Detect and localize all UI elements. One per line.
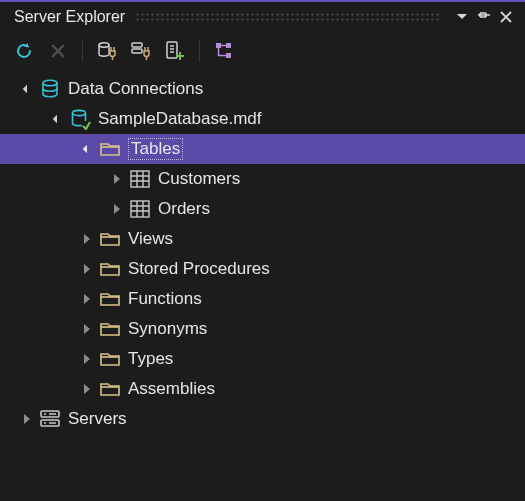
- tree-label: Stored Procedures: [128, 259, 270, 279]
- folder-icon: [99, 229, 121, 249]
- tree-label: Data Connections: [68, 79, 203, 99]
- expander-open-icon[interactable]: [18, 80, 36, 98]
- tree-node-stored-procedures[interactable]: Stored Procedures: [0, 254, 525, 284]
- tree-view[interactable]: Data Connections SampleDatabase.mdf Tabl…: [0, 70, 525, 501]
- tree-node-table-orders[interactable]: Orders: [0, 194, 525, 224]
- expander-closed-icon[interactable]: [78, 350, 96, 368]
- connect-server-button[interactable]: [127, 37, 155, 65]
- svg-rect-1: [132, 43, 142, 47]
- svg-rect-3: [167, 42, 177, 58]
- titlebar-grip[interactable]: [135, 12, 441, 22]
- tree-node-tables[interactable]: Tables: [0, 134, 525, 164]
- expander-open-icon[interactable]: [78, 140, 96, 158]
- svg-point-15: [44, 422, 46, 424]
- svg-point-8: [73, 110, 86, 115]
- folder-icon: [99, 259, 121, 279]
- tree-node-views[interactable]: Views: [0, 224, 525, 254]
- expander-open-icon[interactable]: [48, 110, 66, 128]
- tree-label: Functions: [128, 289, 202, 309]
- close-icon: [500, 11, 512, 23]
- tree-node-functions[interactable]: Functions: [0, 284, 525, 314]
- svg-point-7: [43, 80, 57, 86]
- connect-database-button[interactable]: [93, 37, 121, 65]
- expander-closed-icon[interactable]: [18, 410, 36, 428]
- svg-point-14: [44, 413, 46, 415]
- database-icon: [39, 78, 61, 100]
- server-icon: [39, 409, 61, 429]
- cancel-icon: [51, 44, 65, 58]
- svg-rect-10: [131, 171, 149, 187]
- tree-node-synonyms[interactable]: Synonyms: [0, 314, 525, 344]
- pin-button[interactable]: [473, 6, 495, 28]
- refresh-icon: [14, 41, 34, 61]
- database-connected-icon: [69, 108, 91, 130]
- folder-icon: [99, 349, 121, 369]
- toolbar-separator: [82, 40, 83, 62]
- folder-icon: [99, 319, 121, 339]
- refresh-button[interactable]: [10, 37, 38, 65]
- tree-label: Assemblies: [128, 379, 215, 399]
- expander-closed-icon[interactable]: [78, 320, 96, 338]
- server-plug-icon: [130, 40, 152, 62]
- add-service-icon: [164, 40, 186, 62]
- hierarchy-icon: [214, 41, 234, 61]
- tree-label: Customers: [158, 169, 240, 189]
- tree-node-database[interactable]: SampleDatabase.mdf: [0, 104, 525, 134]
- expander-closed-icon[interactable]: [108, 200, 126, 218]
- cancel-button: [44, 37, 72, 65]
- panel-title: Server Explorer: [14, 8, 125, 26]
- tree-node-data-connections[interactable]: Data Connections: [0, 74, 525, 104]
- tree-label: Synonyms: [128, 319, 207, 339]
- tree-node-types[interactable]: Types: [0, 344, 525, 374]
- svg-point-0: [99, 43, 109, 47]
- folder-icon: [99, 379, 121, 399]
- tree-node-table-customers[interactable]: Customers: [0, 164, 525, 194]
- expander-closed-icon[interactable]: [78, 380, 96, 398]
- folder-icon: [99, 139, 121, 159]
- expander-closed-icon[interactable]: [78, 230, 96, 248]
- expander-closed-icon[interactable]: [108, 170, 126, 188]
- database-plug-icon: [96, 40, 118, 62]
- tree-label: Servers: [68, 409, 127, 429]
- expander-closed-icon[interactable]: [78, 260, 96, 278]
- close-button[interactable]: [495, 6, 517, 28]
- tree-label: Orders: [158, 199, 210, 219]
- panel-titlebar: Server Explorer: [0, 2, 525, 32]
- window-menu-button[interactable]: [451, 6, 473, 28]
- expander-closed-icon[interactable]: [78, 290, 96, 308]
- svg-rect-6: [226, 53, 231, 58]
- tree-label: Views: [128, 229, 173, 249]
- svg-rect-5: [226, 43, 231, 48]
- folder-icon: [99, 289, 121, 309]
- svg-rect-11: [131, 201, 149, 217]
- svg-rect-2: [132, 49, 142, 53]
- add-data-service-button[interactable]: [161, 37, 189, 65]
- tree-label: Tables: [128, 138, 183, 160]
- pin-icon: [477, 10, 491, 24]
- svg-rect-4: [216, 43, 221, 48]
- tree-node-servers[interactable]: Servers: [0, 404, 525, 434]
- chevron-down-icon: [457, 14, 467, 20]
- tree-node-assemblies[interactable]: Assemblies: [0, 374, 525, 404]
- tree-label: Types: [128, 349, 173, 369]
- toolbar: [0, 32, 525, 70]
- table-icon: [130, 170, 150, 188]
- tree-label: SampleDatabase.mdf: [98, 109, 261, 129]
- server-explorer-panel: Server Explorer: [0, 0, 525, 501]
- group-button[interactable]: [210, 37, 238, 65]
- toolbar-separator: [199, 40, 200, 62]
- table-icon: [130, 200, 150, 218]
